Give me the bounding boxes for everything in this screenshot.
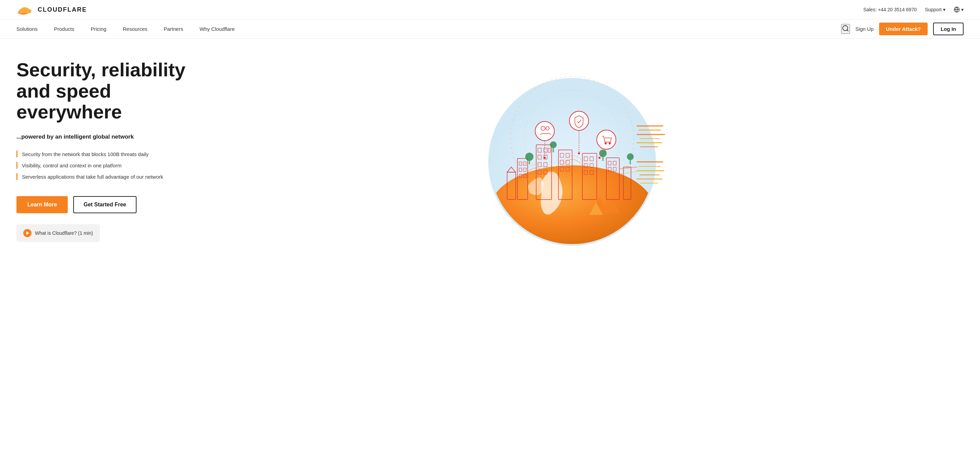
- svg-point-59: [599, 150, 607, 157]
- svg-point-75: [544, 157, 546, 159]
- bullet-item-3: Serverless applications that take full a…: [16, 171, 188, 182]
- cloudflare-logo-icon: [16, 4, 34, 15]
- hero-title: Security, reliability and speed everywhe…: [16, 59, 188, 123]
- play-icon: [23, 229, 32, 237]
- nav-partners[interactable]: Partners: [164, 26, 183, 32]
- under-attack-button[interactable]: Under Attack?: [879, 22, 928, 35]
- svg-point-73: [609, 142, 611, 145]
- svg-line-9: [847, 30, 848, 31]
- get-started-button[interactable]: Get Started Free: [73, 196, 136, 213]
- svg-rect-63: [602, 157, 604, 161]
- hero-bullet-list: Security from the network that blocks 10…: [16, 148, 188, 182]
- search-icon: [842, 25, 849, 32]
- video-link-text: What is Cloudflare? (1 min): [35, 230, 93, 236]
- globe-chevron-icon: ▾: [961, 7, 964, 12]
- svg-rect-61: [529, 160, 530, 164]
- svg-point-57: [525, 153, 533, 161]
- nav-products[interactable]: Products: [54, 26, 74, 32]
- hero-globe-svg: [473, 63, 678, 254]
- login-button[interactable]: Log In: [933, 22, 964, 35]
- logo-area: CLOUDFLARE: [16, 4, 87, 15]
- cta-buttons: Learn More Get Started Free: [16, 196, 188, 213]
- hero-subtitle: ...powered by an intelligent global netw…: [16, 134, 188, 140]
- svg-rect-62: [553, 148, 554, 152]
- svg-point-77: [598, 157, 601, 159]
- bullet-item-1: Security from the network that blocks 10…: [16, 148, 188, 160]
- svg-point-65: [535, 121, 554, 141]
- globe-icon: [954, 6, 960, 13]
- svg-point-8: [842, 25, 848, 31]
- logo-text: CLOUDFLARE: [38, 6, 87, 13]
- nav-actions: Sign Up Under Attack? Log In: [841, 22, 964, 35]
- nav-bar: Solutions Products Pricing Resources Par…: [0, 19, 980, 39]
- svg-point-60: [627, 153, 634, 160]
- signup-button[interactable]: Sign Up: [856, 26, 873, 32]
- svg-point-71: [597, 130, 616, 149]
- svg-point-5: [24, 8, 31, 13]
- top-bar: CLOUDFLARE Sales: +44 20 3514 6970 Suppo…: [0, 0, 980, 19]
- hero-section: Security, reliability and speed everywhe…: [0, 39, 980, 271]
- globe-language-btn[interactable]: ▾: [954, 6, 964, 13]
- nav-why-cloudflare[interactable]: Why Cloudflare: [199, 26, 235, 32]
- learn-more-button[interactable]: Learn More: [16, 196, 68, 213]
- svg-point-72: [605, 142, 607, 145]
- svg-point-58: [550, 142, 557, 148]
- support-link[interactable]: Support ▾: [925, 7, 945, 12]
- svg-point-70: [578, 152, 580, 154]
- support-chevron-icon: ▾: [943, 7, 945, 12]
- globe-container: [473, 63, 678, 254]
- nav-resources[interactable]: Resources: [123, 26, 148, 32]
- nav-solutions[interactable]: Solutions: [16, 26, 38, 32]
- nav-links: Solutions Products Pricing Resources Par…: [16, 26, 235, 32]
- svg-rect-64: [630, 160, 631, 164]
- search-button[interactable]: [841, 24, 850, 34]
- hero-illustration: [188, 59, 964, 258]
- nav-pricing[interactable]: Pricing: [91, 26, 107, 32]
- bullet-item-2: Visibility, control and context in one p…: [16, 160, 188, 171]
- video-link[interactable]: What is Cloudflare? (1 min): [16, 224, 100, 242]
- hero-content: Security, reliability and speed everywhe…: [16, 59, 188, 242]
- sales-number: Sales: +44 20 3514 6970: [863, 7, 917, 12]
- top-right-bar: Sales: +44 20 3514 6970 Support ▾ ▾: [863, 6, 964, 13]
